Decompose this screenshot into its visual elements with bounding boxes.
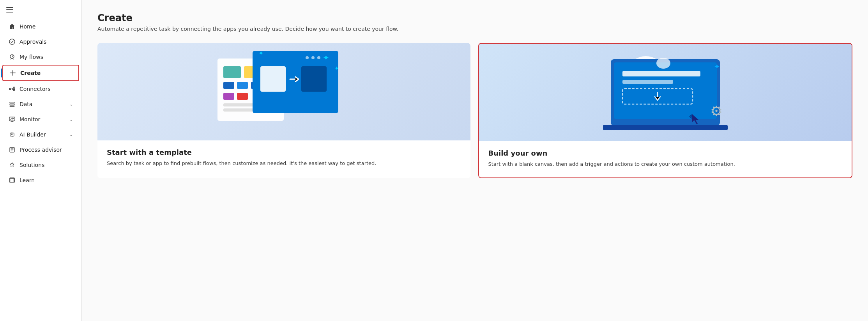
home-icon [9, 23, 16, 30]
aibuilder-chevron-icon: ⌄ [70, 133, 73, 137]
sidebar-item-create[interactable]: Create [2, 65, 79, 81]
svg-rect-8 [10, 133, 14, 136]
solutions-icon [9, 161, 16, 168]
svg-rect-16 [223, 82, 234, 89]
sidebar-item-aibuilder-label: AI Builder [19, 131, 66, 138]
svg-point-9 [11, 134, 12, 135]
svg-text:✦: ✦ [258, 50, 263, 57]
hamburger-icon [6, 7, 75, 12]
svg-text:✦: ✦ [323, 53, 329, 62]
monitor-chevron-icon: ⌄ [70, 117, 73, 122]
template-illustration: ✦ ✦ ✦ [214, 47, 354, 137]
svg-point-1 [9, 88, 11, 90]
svg-point-26 [311, 56, 315, 59]
sidebar-item-processadvisor[interactable]: Process advisor [2, 142, 79, 157]
create-icon [9, 69, 16, 76]
svg-point-27 [317, 56, 320, 59]
svg-point-25 [306, 56, 309, 59]
sidebar-item-approvals[interactable]: Approvals [2, 34, 79, 49]
svg-text:✦: ✦ [334, 65, 339, 71]
data-icon [9, 101, 16, 108]
sidebar-item-data[interactable]: Data ⌄ [2, 97, 79, 112]
svg-rect-4 [10, 102, 14, 103]
sidebar-item-create-label: Create [20, 70, 72, 76]
data-chevron-icon: ⌄ [70, 102, 73, 106]
template-card[interactable]: ✦ ✦ ✦ Start with a template Search by ta… [97, 43, 470, 178]
svg-rect-37 [614, 62, 717, 119]
svg-rect-20 [223, 93, 234, 100]
svg-rect-17 [237, 82, 248, 89]
sidebar-item-connectors[interactable]: Connectors [2, 82, 79, 96]
sidebar-nav: Home Approvals My flows [0, 19, 81, 188]
processadvisor-icon [9, 146, 16, 153]
template-card-content: Start with a template Search by task or … [97, 140, 470, 177]
svg-rect-38 [622, 71, 700, 76]
sidebar-item-learn[interactable]: Learn [2, 173, 79, 188]
sidebar-item-home[interactable]: Home [2, 19, 79, 34]
sidebar-item-home-label: Home [19, 23, 73, 30]
sidebar-item-approvals-label: Approvals [19, 39, 73, 45]
sidebar-item-processadvisor-label: Process advisor [19, 147, 73, 153]
sidebar-item-solutions[interactable]: Solutions [2, 158, 79, 172]
main-content: Create Automate a repetitive task by con… [82, 0, 868, 321]
page-title: Create [97, 12, 852, 23]
svg-rect-39 [622, 80, 673, 84]
svg-rect-14 [223, 66, 241, 78]
learn-icon [9, 177, 16, 184]
svg-rect-29 [301, 66, 327, 92]
svg-rect-6 [10, 106, 14, 107]
build-own-card-title: Build your own [488, 149, 843, 157]
sidebar-item-myflows[interactable]: My flows [2, 50, 79, 64]
svg-text:⚙: ⚙ [710, 103, 723, 119]
build-own-card[interactable]: ⚙ ⌖ ✦ Build your own Start with a blank … [478, 43, 853, 178]
monitor-icon [9, 116, 16, 123]
template-card-image: ✦ ✦ ✦ [97, 43, 470, 140]
build-own-card-desc: Start with a blank canvas, then add a tr… [488, 160, 843, 168]
sidebar-item-aibuilder[interactable]: AI Builder ⌄ [2, 127, 79, 142]
hamburger-menu[interactable] [0, 3, 81, 19]
svg-rect-21 [237, 93, 248, 100]
template-card-desc: Search by task or app to find prebuilt f… [107, 160, 461, 167]
svg-point-10 [12, 134, 13, 135]
sidebar-item-data-label: Data [19, 101, 66, 107]
connectors-icon [9, 85, 16, 92]
svg-rect-28 [260, 66, 286, 92]
svg-point-45 [656, 58, 670, 69]
build-illustration: ⚙ ⌖ ✦ [595, 48, 735, 137]
template-card-title: Start with a template [107, 148, 461, 156]
sidebar: Home Approvals My flows [0, 0, 82, 321]
approvals-icon [9, 38, 16, 45]
cards-row: ✦ ✦ ✦ Start with a template Search by ta… [97, 43, 852, 178]
sidebar-item-monitor-label: Monitor [19, 116, 66, 122]
sidebar-item-learn-label: Learn [19, 177, 73, 183]
build-own-card-image: ⚙ ⌖ ✦ [479, 44, 852, 141]
sidebar-item-solutions-label: Solutions [19, 162, 73, 168]
page-subtitle: Automate a repetitive task by connecting… [97, 26, 852, 32]
svg-rect-41 [603, 125, 728, 130]
sidebar-item-myflows-label: My flows [19, 54, 73, 60]
svg-rect-5 [10, 104, 14, 105]
sidebar-item-monitor[interactable]: Monitor ⌄ [2, 112, 79, 127]
build-own-card-content: Build your own Start with a blank canvas… [479, 141, 852, 177]
svg-text:✦: ✦ [714, 62, 720, 71]
sidebar-item-connectors-label: Connectors [19, 86, 73, 92]
aibuilder-icon [9, 131, 16, 138]
myflows-icon [9, 53, 16, 60]
